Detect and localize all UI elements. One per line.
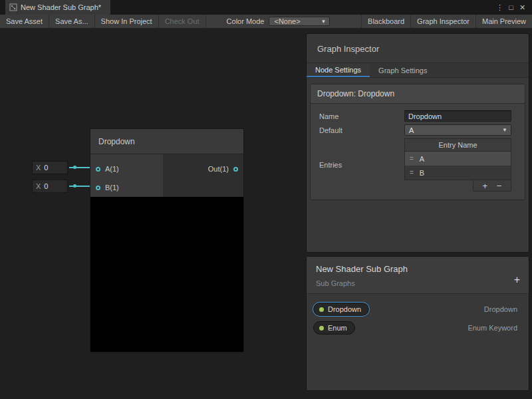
input-b-value-field[interactable]: X 0 [32,180,68,193]
node-input-ports: A(1) B(1) [90,154,163,197]
entries-list: Entry Name = A = B [404,138,511,192]
chevron-down-icon: ▼ [321,19,327,25]
node-port-area: A(1) B(1) Out(1) [90,154,243,197]
tab-graph-settings[interactable]: Graph Settings [370,63,436,77]
property-name: Enum [328,324,347,332]
document-tab[interactable]: New Shader Sub Graph* [5,0,110,15]
edge-a-dot [73,166,76,169]
property-name: Dropdown [328,305,361,313]
close-icon[interactable]: ✕ [517,3,528,12]
tab-node-settings[interactable]: Node Settings [307,63,370,77]
blackboard-header: New Shader Sub Graph Sub Graphs + [307,257,529,294]
entries-field-row: Entries Entry Name = A = B [319,138,511,192]
graph-inspector-panel: Graph Inspector Node Settings Graph Sett… [306,33,529,253]
exposed-dot-icon [319,307,324,312]
input-a-value: 0 [44,164,48,172]
entry-row-b[interactable]: = B [405,166,511,180]
default-value: A [409,126,414,134]
tab-title: New Shader Sub Graph* [21,3,101,11]
property-type: Enum Keyword [467,324,517,332]
port-a-icon[interactable] [96,167,100,172]
save-as-button[interactable]: Save As... [49,15,95,28]
graph-inspector-toggle-button[interactable]: Graph Inspector [410,15,475,28]
port-row-b: B(1) [90,178,163,197]
port-row-out: Out(1) [208,160,243,178]
main-preview-toggle-button[interactable]: Main Preview [475,15,532,28]
maximize-icon[interactable]: □ [505,3,517,11]
unity-shader-graph-window: New Shader Sub Graph* ⋮ □ ✕ Save Asset S… [0,0,532,399]
name-input[interactable]: Dropdown [404,110,511,122]
port-a-label: A(1) [105,165,119,173]
port-b-label: B(1) [105,184,119,192]
section-body: Name Dropdown Default A ▼ [311,104,525,200]
blackboard-title: New Shader Sub Graph [316,264,519,274]
default-field-row: Default A ▼ [319,124,511,136]
check-out-button: Check Out [159,15,206,28]
entries-list-controls: + − [473,180,511,192]
default-label: Default [319,126,404,134]
remove-entry-button[interactable]: − [497,182,502,190]
show-in-project-button[interactable]: Show In Project [95,15,159,28]
drag-handle-icon[interactable]: = [410,155,414,162]
drag-handle-icon[interactable]: = [410,169,414,176]
name-label: Name [319,112,404,120]
node-settings-section: Dropdown: Dropdown Name Dropdown Default… [310,84,525,200]
shader-graph-icon [9,3,17,11]
chevron-down-icon: ▼ [502,127,507,133]
blackboard-row-dropdown: Dropdown Dropdown [307,300,529,319]
port-out-icon[interactable] [233,167,238,172]
add-entry-button[interactable]: + [483,182,488,190]
toolbar: Save Asset Save As... Show In Project Ch… [0,15,532,29]
dropdown-node[interactable]: Dropdown A(1) B(1) Out(1) [90,128,244,352]
add-property-button[interactable]: + [514,274,520,286]
node-preview [90,197,243,352]
blackboard-subtitle: Sub Graphs [316,279,519,287]
exposed-dot-icon [319,326,324,331]
input-b-value: 0 [44,182,48,190]
default-dropdown[interactable]: A ▼ [404,124,511,136]
node-title[interactable]: Dropdown [90,129,243,154]
window-controls: ⋮ □ ✕ [494,0,532,15]
toolbar-toggles: Blackboard Graph Inspector Main Preview [361,15,532,28]
save-asset-button[interactable]: Save Asset [0,15,49,28]
blackboard-row-enum: Enum Enum Keyword [307,319,529,337]
inspector-tabs: Node Settings Graph Settings [307,63,529,78]
section-title: Dropdown: Dropdown [311,84,525,104]
entry-row-a[interactable]: = A [405,152,511,166]
edge-b-dot [73,184,76,188]
entry-b-name: B [420,169,424,177]
input-b-axis-label: X [33,182,44,190]
port-row-a: A(1) [90,160,163,178]
property-type: Dropdown [484,305,517,313]
titlebar: New Shader Sub Graph* ⋮ □ ✕ [0,0,532,15]
entries-label: Entries [319,138,404,192]
blackboard-body: Dropdown Dropdown Enum Enum Keyword [307,294,529,337]
color-mode-label: Color Mode [222,15,269,28]
property-pill-dropdown[interactable]: Dropdown [313,303,369,316]
port-out-label: Out(1) [208,165,229,173]
blackboard-toggle-button[interactable]: Blackboard [361,15,410,28]
color-mode-dropdown[interactable]: <None> ▼ [269,17,330,26]
input-a-value-field[interactable]: X 0 [32,161,68,174]
graph-inspector-title: Graph Inspector [307,34,529,63]
name-field-row: Name Dropdown [319,110,511,122]
blackboard-panel: New Shader Sub Graph Sub Graphs + Dropdo… [306,256,529,391]
port-b-icon[interactable] [96,186,100,190]
window-menu-icon[interactable]: ⋮ [494,3,505,12]
color-mode-value: <None> [274,17,300,25]
entry-a-name: A [420,155,424,163]
input-a-axis-label: X [33,164,44,172]
property-pill-enum[interactable]: Enum [313,321,355,334]
entries-header: Entry Name [405,139,511,152]
graph-canvas[interactable]: X 0 X 0 Dropdown A(1) B(1) [0,29,532,399]
